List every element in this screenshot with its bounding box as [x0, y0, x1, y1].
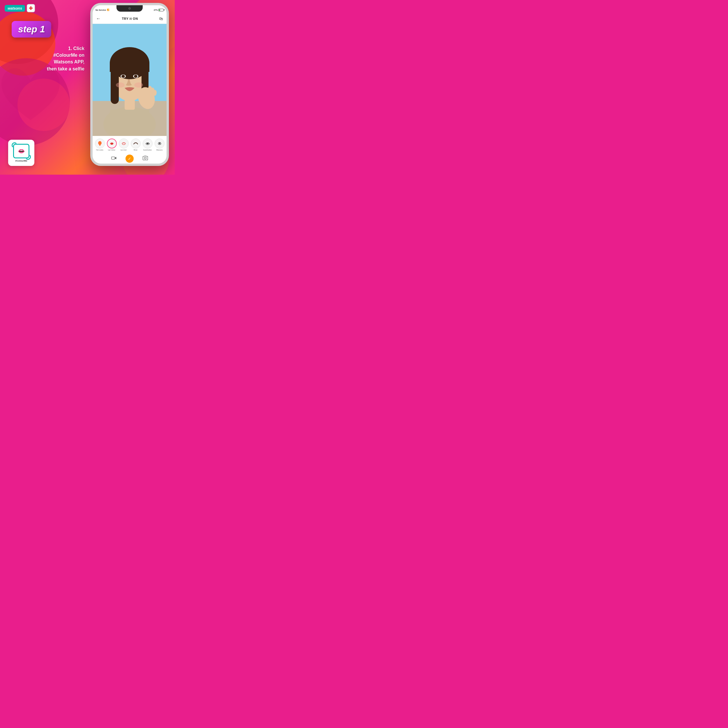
battery-icon — [158, 9, 164, 11]
makeup-item-hot-looks[interactable]: Hot Looks — [95, 139, 105, 151]
front-camera — [129, 7, 131, 9]
app-header: ← TRY it ON 🛍 — [93, 14, 167, 24]
svg-line-25 — [158, 142, 158, 143]
instruction-paragraph: 1. Click #ColourMe on Watsons APP, then … — [6, 45, 84, 72]
checkmark-icon: ✓ — [128, 156, 131, 161]
volume-down-button[interactable] — [90, 37, 91, 43]
makeup-item-eyeshadow[interactable]: Eyeshadow — [143, 139, 153, 151]
svg-point-14 — [134, 75, 138, 78]
video-icon — [111, 155, 117, 161]
battery-fill — [159, 9, 160, 11]
makeup-item-lip-colour[interactable]: Lip Colour — [107, 139, 117, 151]
lip-colour-icon — [109, 141, 115, 147]
watsons-logo: watsons — [5, 5, 25, 12]
svg-rect-30 — [112, 157, 115, 159]
svg-point-31 — [144, 157, 147, 159]
colourme-face-icon: 👄 — [13, 144, 29, 158]
eyeshadow-icon — [145, 141, 150, 147]
makeup-item-lip-liner[interactable]: Lip Liner — [119, 139, 129, 151]
instruction-text: 1. Click #ColourMe on Watsons APP, then … — [6, 45, 84, 72]
makeup-item-mascara[interactable]: Mascara — [155, 139, 164, 151]
no-service-text: No Service — [95, 9, 106, 11]
svg-point-15 — [116, 83, 125, 88]
phone-notch — [116, 5, 143, 12]
camera-view — [93, 24, 167, 138]
svg-point-12 — [121, 75, 125, 78]
brow-circle — [131, 139, 141, 148]
svg-point-10 — [118, 62, 141, 73]
power-button[interactable] — [168, 34, 169, 43]
step-badge: step 1 — [12, 21, 51, 38]
app-title: TRY it ON — [122, 17, 138, 20]
instruction-line4: then take a selfie — [47, 66, 84, 71]
status-right: 27% — [154, 9, 164, 11]
logo-area: watsons ✚ — [5, 4, 35, 12]
status-left: No Service 📶 — [95, 9, 109, 11]
brow-label: Brow — [134, 149, 138, 151]
eyeshadow-circle — [143, 139, 153, 148]
back-button[interactable]: ← — [96, 16, 101, 21]
mascara-circle — [155, 139, 164, 148]
lip-liner-icon — [121, 141, 127, 147]
colourme-lips-icon: 👄 — [18, 148, 25, 154]
hot-looks-label: Hot Looks — [96, 149, 103, 151]
eyeshadow-label: Eyeshadow — [143, 149, 152, 151]
lip-liner-label: Lip Liner — [121, 149, 127, 151]
lip-liner-circle — [119, 139, 129, 148]
instruction-line3: Watsons APP, — [54, 60, 84, 64]
phone-mockup: No Service 📶 11:09 AM 27% ← TRY it ON 🛍 — [90, 3, 169, 166]
svg-rect-3 — [110, 110, 149, 136]
mascara-icon — [157, 141, 162, 147]
step-label: step 1 — [18, 24, 45, 34]
mascara-label: Mascara — [156, 149, 162, 151]
confirm-button[interactable]: ✓ — [126, 154, 134, 163]
instruction-line2: #ColourMe on — [53, 53, 84, 58]
battery-percent: 27% — [154, 9, 158, 11]
lip-colour-label: Lip Colour — [108, 149, 115, 151]
lip-colour-circle — [107, 139, 117, 148]
phone-screen: No Service 📶 11:09 AM 27% ← TRY it ON 🛍 — [93, 5, 167, 164]
svg-point-24 — [159, 143, 160, 144]
cart-icon[interactable]: 🛍 — [159, 16, 163, 21]
pharmacy-cross-icon: ✚ — [29, 6, 33, 11]
wifi-icon: 📶 — [107, 9, 109, 11]
brow-icon — [133, 141, 139, 147]
instruction-line1: 1. Click — [68, 46, 84, 51]
hot-looks-icon — [97, 141, 103, 147]
colourme-logo: 👄 #ColourMe — [8, 140, 34, 166]
person-illustration — [93, 24, 167, 138]
video-control[interactable] — [111, 155, 117, 162]
camera-icon — [143, 155, 148, 161]
watsons-text: watsons — [8, 6, 22, 11]
pharmacy-badge: ✚ — [27, 4, 35, 12]
page-container: watsons ✚ step 1 1. Click #ColourMe on W… — [0, 0, 175, 174]
colourme-label: #ColourMe — [15, 159, 27, 162]
makeup-toolbar: Hot Looks Lip Colour — [93, 136, 167, 153]
hot-looks-circle — [95, 139, 105, 148]
camera-controls: ✓ — [93, 153, 167, 164]
volume-up-button[interactable] — [90, 29, 91, 34]
makeup-item-brow[interactable]: Brow — [131, 139, 141, 151]
svg-point-16 — [134, 83, 143, 88]
photo-control[interactable] — [143, 155, 148, 162]
